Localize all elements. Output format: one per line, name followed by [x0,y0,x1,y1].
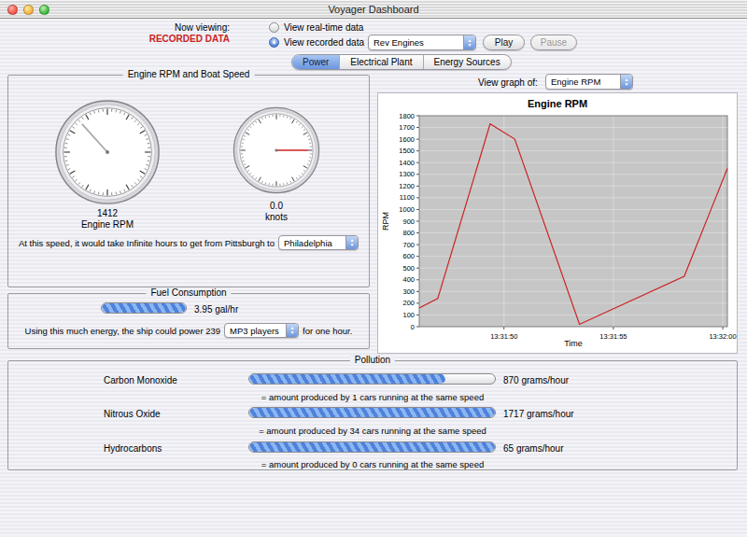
popup-arrows-icon: ▲▼ [286,324,298,337]
speed-value: 0.0 [220,201,332,212]
engine-rpm-boat-speed-panel: Engine RPM and Boat Speed 1412 Engine RP… [7,75,370,287]
svg-text:1800: 1800 [399,112,415,120]
fuel-sentence: Using this much energy, the ship could p… [12,323,365,338]
svg-text:1300: 1300 [399,170,415,178]
destination-select-value: Philadelphia [279,238,345,248]
svg-text:700: 700 [402,241,415,249]
popup-arrows-icon: ▲▼ [620,75,632,89]
now-viewing-label: Now viewing: [110,22,230,34]
pollutant-label: Carbon Monoxide [104,375,177,385]
fuel-rate-value: 3.95 gal/hr [194,304,238,315]
pollutant-bar [248,407,496,418]
pause-button[interactable]: Pause [530,35,577,50]
svg-text:1100: 1100 [400,193,415,202]
recorded-data-select[interactable]: Rev Engines ▲▼ [368,35,476,50]
window-bottom-strip [0,537,747,560]
speed-gauge [232,105,321,195]
tab-energy-sources[interactable]: Energy Sources [424,55,511,69]
pollutant-label: Hydrocarbons [104,443,162,454]
speed-caption: knots [220,212,332,223]
recorded-radio-label: View recorded data [284,37,364,48]
fuel-rate-bar [101,302,187,314]
svg-text:1400: 1400 [399,159,415,167]
rpm-gauge [53,98,162,206]
fuel-consumption-panel: Fuel Consumption 3.95 gal/hr Using this … [7,293,370,349]
svg-text:13:31:50: 13:31:50 [490,332,517,341]
rpm-caption: Engine RPM [46,219,169,231]
zoom-button[interactable] [39,5,49,15]
pollutant-note: = amount produced by 1 cars running at t… [8,392,737,402]
fuel-sentence-start: Using this much energy, the ship could p… [25,326,220,336]
window-titlebar[interactable]: Voyager Dashboard [0,0,747,19]
app-window: Voyager Dashboard Now viewing: RECORDED … [0,0,747,560]
svg-text:0: 0 [411,323,415,331]
device-select-value: MP3 players [225,326,286,336]
engine-rpm-chart: Engine RPM010020030040050060070080090010… [377,92,738,354]
recorded-data-select-value: Rev Engines [369,37,463,48]
rpm-value: 1412 [46,208,169,219]
svg-text:800: 800 [402,229,415,237]
play-button[interactable]: Play [483,35,525,50]
svg-text:400: 400 [402,275,415,284]
tab-electrical-plant[interactable]: Electrical Plant [340,55,423,69]
trip-text: At this speed, it would take Infinite ho… [19,238,275,248]
engine-panel-title: Engine RPM and Boat Speed [123,69,255,79]
pollutant-bar [248,441,496,453]
minimize-button[interactable] [23,5,34,15]
recorded-radio-row[interactable]: View recorded data [269,37,364,48]
svg-text:1600: 1600 [399,135,415,144]
svg-text:600: 600 [402,252,415,260]
pollutant-label: Nitrous Oxide [104,409,161,419]
svg-text:Time: Time [564,339,583,348]
svg-text:900: 900 [402,217,415,226]
graph-select[interactable]: Engine RPM ▲▼ [545,74,633,90]
fuel-sentence-end: for one hour. [303,326,352,336]
svg-text:1000: 1000 [399,205,415,214]
window-title: Voyager Dashboard [0,0,747,19]
svg-text:200: 200 [402,299,415,307]
svg-text:300: 300 [402,287,415,296]
popup-arrows-icon: ▲▼ [345,236,358,249]
graph-select-value: Engine RPM [546,77,620,87]
view-graph-label: View graph of: [478,77,538,88]
pollutant-value: 870 grams/hour [503,375,569,385]
pollutant-note: = amount produced by 34 cars running at … [8,426,737,436]
device-select[interactable]: MP3 players ▲▼ [224,323,299,338]
close-button[interactable] [7,5,18,15]
svg-text:Engine RPM: Engine RPM [528,98,587,109]
pollutant-note: = amount produced by 0 cars running at t… [8,459,737,469]
destination-select[interactable]: Philadelphia ▲▼ [278,235,359,250]
fuel-panel-title: Fuel Consumption [146,287,231,298]
pollutant-bar-fill [249,374,445,384]
svg-text:13:32:00: 13:32:00 [709,332,736,341]
pollutant-bar [248,373,496,385]
pollutant-bar-fill [249,408,495,417]
pollutant-value: 1717 grams/hour [503,409,574,419]
pollutant-value: 65 grams/hour [503,443,563,454]
realtime-radio-label: View real-time data [284,22,363,33]
svg-text:500: 500 [402,264,415,273]
svg-text:1700: 1700 [399,123,415,132]
pollutant-bar-fill [249,442,495,452]
fuel-rate-bar-fill [102,303,186,313]
pollution-panel-title: Pollution [350,355,395,365]
svg-text:1500: 1500 [399,147,415,155]
pollution-panel: Pollution Carbon Monoxide 870 grams/hour… [7,360,738,470]
recorded-radio[interactable] [269,37,279,48]
now-viewing-value: RECORDED DATA [110,34,230,45]
realtime-radio-row[interactable]: View real-time data [269,22,363,33]
svg-text:RPM: RPM [381,212,390,231]
realtime-radio[interactable] [269,22,279,33]
now-viewing-block: Now viewing: RECORDED DATA [110,22,230,45]
svg-text:100: 100 [402,311,415,319]
svg-text:1200: 1200 [399,182,415,190]
popup-arrows-icon: ▲▼ [463,35,475,49]
tab-bar: Power Electrical Plant Energy Sources [291,54,512,70]
trip-sentence: At this speed, it would take Infinite ho… [12,235,365,250]
tab-power[interactable]: Power [292,55,340,69]
svg-text:13:31:55: 13:31:55 [599,332,627,341]
